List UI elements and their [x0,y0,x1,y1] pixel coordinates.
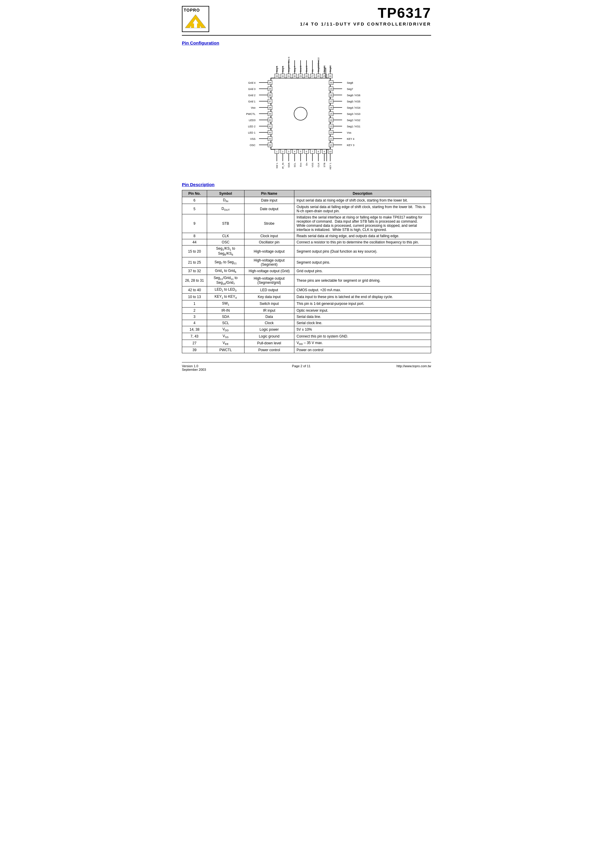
svg-text:22: 22 [330,132,332,133]
pin-name: High-voltage output [244,245,294,257]
description: Grid output pins. [294,268,431,274]
page-header: TOPRO TP6317 1/4 TO 1/11-DUTY VFD CONTRO… [182,6,431,36]
description: Connect this pin to system GND. [294,333,431,339]
page-footer: Version 1.0 September 2003 Page 2 of 11 … [182,362,431,371]
svg-text:Seg10: Seg10 [329,65,332,72]
svg-text:Seg15 / Gnd 6: Seg15 / Gnd 6 [288,57,290,72]
pin-no: 2 [182,307,207,313]
svg-text:42: 42 [269,132,271,133]
svg-text:VSS: VSS [250,138,255,140]
svg-text:20: 20 [330,144,332,146]
pin-no: 39 [182,347,207,353]
description: This pin is 1-bit general-purpose input … [294,301,431,307]
logo-text: TOPRO [184,8,207,12]
col-header-symbol: Symbol [207,190,244,197]
svg-text:33: 33 [276,75,278,77]
logo-area: TOPRO [182,6,217,32]
svg-text:35: 35 [269,88,271,90]
svg-text:Voo: Voo [251,106,255,109]
description: Segment output pins (Dual function as ke… [294,245,431,257]
svg-text:44: 44 [269,144,271,146]
pin-no: 3 [182,313,207,320]
svg-text:6: 6 [306,150,307,153]
pin-description-table: Pin No. Symbol Pin Name Description 6 DI… [182,190,431,353]
svg-text:Grid 4: Grid 4 [248,81,255,84]
svg-point-5 [294,107,307,120]
svg-text:39: 39 [269,113,271,115]
symbol: DOUT [207,204,244,214]
symbol: KEY1 to KEY4 [207,293,244,300]
pin-no: 44 [182,239,207,245]
svg-text:34: 34 [269,82,271,84]
symbol: CLK [207,233,244,239]
table-row: 37 to 32 Grid1 to Grid6 High-voltage out… [182,268,431,274]
pin-no: 6 [182,197,207,204]
svg-text:21: 21 [330,138,332,140]
svg-text:Gnd 9: Gnd 9 [305,66,308,72]
svg-text:25: 25 [323,75,325,77]
footer-url: http://www.topro.com.tw [396,364,431,371]
description: Reads serial data at rising edge, and ou… [294,233,431,239]
svg-text:40: 40 [269,119,271,121]
svg-text:Seg5 / KS5: Seg5 / KS5 [347,100,361,103]
symbol: PWCTL [207,347,244,353]
pin-no: 10 to 13 [182,293,207,300]
table-row: 1 SW1 Switch input This pin is 1-bit gen… [182,301,431,307]
svg-text:Gnd 8: Gnd 8 [299,66,302,72]
svg-text:27: 27 [311,75,314,77]
svg-text:LED3: LED3 [249,119,255,122]
pin-name: Logic ground [244,333,294,339]
svg-text:SW 1: SW 1 [276,163,278,168]
svg-text:Seg4 / KS4: Seg4 / KS4 [347,106,361,109]
svg-text:KEY 1: KEY 1 [329,163,332,169]
svg-text:28: 28 [330,94,332,96]
description: Optic receiver input. [294,307,431,313]
ic-package-svg: Grid 4 34 Grid 3 35 Grid 2 36 Grid 1 37 … [223,48,390,176]
svg-text:30: 30 [330,82,332,84]
svg-text:37: 37 [269,100,271,102]
svg-text:LED 2: LED 2 [248,125,255,128]
svg-text:Eco: Eco [299,163,302,167]
description: Power on control [294,347,431,353]
description: Serial data line. [294,313,431,320]
description: VDD – 35 V max. [294,340,431,347]
pin-no: 21 to 25 [182,257,207,268]
svg-text:36: 36 [269,94,271,96]
table-row: 9 STB Strobe Initializes the serial inte… [182,214,431,233]
svg-text:VSS: VSS [311,163,314,167]
symbol: DIN [207,197,244,204]
pin-name: Switch input [244,301,294,307]
svg-text:CLK: CLK [317,163,320,167]
table-row: 7, 43 VSS Logic ground Connect this pin … [182,333,431,339]
svg-text:25: 25 [330,113,332,115]
pin-no: 14, 38 [182,326,207,333]
pin-no: 37 to 32 [182,268,207,274]
pin-name: Data [244,313,294,320]
svg-text:Seg8: Seg8 [347,81,353,84]
pin-no: 26, 28 to 31 [182,274,207,287]
symbol: Seg7 to Seg11 [207,257,244,268]
svg-text:26: 26 [330,107,332,108]
logo-box: TOPRO [182,6,209,32]
svg-text:1: 1 [276,150,277,153]
table-row: 8 CLK Clock input Reads serial data at r… [182,233,431,239]
table-row: 15 to 20 Seg1/KS1 toSeg6/KS6 High-voltag… [182,245,431,257]
pin-name: High-voltage output (Segment/grid) [244,274,294,287]
svg-text:IR_IN: IR_IN [282,163,284,169]
symbol: LED1 to LED3 [207,287,244,293]
col-header-description: Description [294,190,431,197]
table-row: 27 VEE Pull-down level VDD – 35 V max. [182,340,431,347]
symbol: SW1 [207,301,244,307]
svg-rect-2 [191,23,194,28]
svg-text:Seg2 / KS2: Seg2 / KS2 [347,119,361,122]
pin-no: 27 [182,340,207,347]
pin-name: Key data input [244,293,294,300]
svg-text:SCL: SCL [293,163,296,167]
table-row: 4 SCL Clock Serial clock line. [182,320,431,326]
chip-subtitle: 1/4 TO 1/11-DUTY VFD CONTROLLER/DRIVER [223,22,431,26]
table-row: 3 SDA Data Serial data line. [182,313,431,320]
symbol: OSC [207,239,244,245]
pin-name: Power control [244,347,294,353]
pin-no: 1 [182,301,207,307]
pin-config-diagram: Grid 4 34 Grid 3 35 Grid 2 36 Grid 1 37 … [182,48,431,176]
